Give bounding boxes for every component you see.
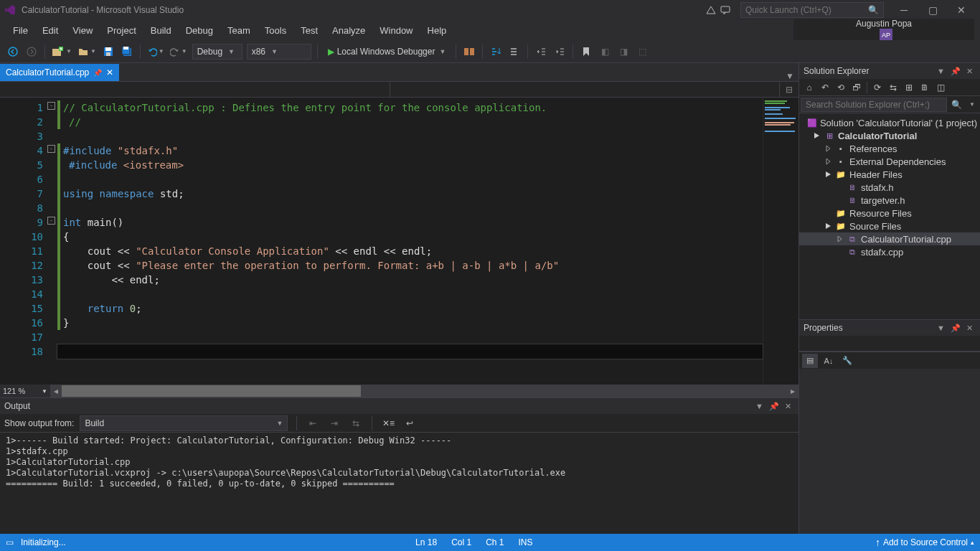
toggle-wrap-icon[interactable]: ↩ [401,415,418,432]
indent-less-icon[interactable] [532,43,550,60]
tree-node[interactable]: 📁Source Files [799,220,980,232]
se-showall-icon[interactable]: ⊞ [902,80,916,95]
props-categorized-icon[interactable]: ▤ [802,354,818,368]
member-dropdown[interactable] [390,82,781,97]
minimize-button[interactable]: ─ [890,0,918,20]
menu-file[interactable]: File [6,22,35,39]
props-dropdown-icon[interactable]: ▼ [934,324,948,332]
step-over-icon[interactable] [506,43,523,60]
search-dropdown-icon[interactable]: ▼ [964,101,980,108]
new-project-icon[interactable]: ▼ [50,43,74,60]
window-title: CalculatorTutorial - Microsoft Visual St… [22,5,184,15]
feedback-icon[interactable] [720,5,730,15]
se-sync-icon[interactable]: ⟲ [834,80,848,95]
tree-node[interactable]: 🟪Solution 'CalculatorTutorial' (1 projec… [799,116,980,129]
indent-more-icon[interactable] [551,43,568,60]
props-wrench-icon[interactable]: 🔧 [839,354,855,368]
toolbar-btn-c[interactable]: ⬚ [633,43,651,60]
menu-build[interactable]: Build [143,22,179,39]
se-home-icon[interactable]: ⌂ [802,80,816,95]
menu-window[interactable]: Window [372,22,420,39]
menu-team[interactable]: Team [220,22,258,39]
se-refresh-icon[interactable]: ⟳ [870,80,885,95]
tree-node[interactable]: ⊞CalculatorTutorial [799,129,980,142]
clear-output-icon[interactable]: ✕≡ [380,415,397,432]
toolbar-btn-a[interactable]: ◧ [596,43,613,60]
open-file-icon[interactable]: ▼ [75,43,98,60]
se-close-icon[interactable]: ✕ [963,67,976,76]
code-editor[interactable]: -// CalculatorTutorial.cpp : Defines the… [57,98,763,385]
tab-close-icon[interactable]: ✕ [106,67,113,77]
scope-dropdown[interactable] [0,82,390,97]
close-button[interactable]: ✕ [947,0,976,20]
source-control-button[interactable]: ↑ Add to Source Control ▴ [875,537,974,548]
minimap[interactable] [763,98,798,385]
tree-node[interactable]: 🗎stdafx.h [799,181,980,194]
solution-tree[interactable]: 🟪Solution 'CalculatorTutorial' (1 projec… [799,113,980,319]
pin-icon[interactable]: 📌 [93,69,102,77]
toolbar-btn-1[interactable] [461,43,478,60]
start-debugging-button[interactable]: ▶Local Windows Debugger▼ [322,43,452,60]
panel-dropdown-icon[interactable]: ▼ [753,402,766,410]
status-ch[interactable]: Ch 1 [479,537,511,547]
tree-node[interactable]: 📁Header Files [799,168,980,181]
split-icon[interactable]: ⊟ [780,82,798,97]
props-close-icon[interactable]: ✕ [963,324,976,333]
notification-icon[interactable] [706,5,716,15]
status-ins[interactable]: INS [512,537,540,547]
step-into-icon[interactable] [487,43,504,60]
se-back-icon[interactable]: ↶ [818,80,832,95]
props-alpha-icon[interactable]: A↓ [821,354,837,368]
se-preview-icon[interactable]: ◫ [933,80,948,95]
editor-tab-active[interactable]: CalculatorTutorial.cpp 📌 ✕ [0,64,119,81]
nav-fwd-icon[interactable] [23,43,40,60]
menu-view[interactable]: View [65,22,100,39]
nav-back-icon[interactable] [4,43,22,60]
se-collapse-icon[interactable]: ⇆ [886,80,900,95]
undo-icon[interactable]: ▼ [145,43,166,60]
maximize-button[interactable]: ▢ [918,0,947,20]
tree-node[interactable]: ⧉CalculatorTutorial.cpp [799,232,980,245]
save-all-icon[interactable] [118,43,136,60]
tree-node[interactable]: ▪References [799,142,980,155]
menu-help[interactable]: Help [420,22,454,39]
redo-icon[interactable]: ▼ [168,43,189,60]
se-btn4[interactable]: 🗗 [849,80,864,95]
zoom-level[interactable]: 121 %▼ [0,385,50,397]
tree-node[interactable]: ⧉stdafx.cpp [799,245,980,258]
platform-dropdown[interactable]: x86▼ [247,44,311,60]
tree-node[interactable]: 📁Resource Files [799,207,980,220]
props-pin-icon[interactable]: 📌 [948,324,963,333]
se-pin-icon[interactable]: 📌 [948,67,963,76]
se-properties-icon[interactable]: 🗎 [918,80,932,95]
menu-edit[interactable]: Edit [35,22,65,39]
output-btn-1[interactable]: ⇤ [304,415,321,432]
output-btn-3[interactable]: ⇆ [347,415,364,432]
menu-project[interactable]: Project [100,22,143,39]
user-name[interactable]: Augustin Popa [856,19,912,29]
output-text[interactable]: 1>------ Build started: Project: Calcula… [0,433,798,534]
status-col[interactable]: Col 1 [444,537,479,547]
output-source-dropdown[interactable]: Build▼ [80,415,288,431]
menu-analyze[interactable]: Analyze [325,22,372,39]
tab-overflow-icon[interactable]: ▼ [781,71,798,81]
tree-node[interactable]: 🗎targetver.h [799,194,980,207]
menu-debug[interactable]: Debug [179,22,220,39]
search-icon[interactable]: 🔍 [948,100,964,110]
se-search-input[interactable] [801,98,947,112]
status-line[interactable]: Ln 18 [408,537,444,547]
tree-node[interactable]: ▪External Dependencies [799,155,980,168]
save-icon[interactable] [100,43,117,60]
panel-close-icon[interactable]: ✕ [782,402,794,411]
se-dropdown-icon[interactable]: ▼ [934,67,948,75]
menu-tools[interactable]: Tools [258,22,293,39]
horizontal-scrollbar[interactable]: ◂ ▸ [50,385,798,397]
quick-launch-search[interactable]: 🔍 [740,2,884,18]
config-dropdown[interactable]: Debug▼ [192,44,242,60]
menu-test[interactable]: Test [293,22,325,39]
bookmark-icon[interactable] [578,43,595,60]
panel-pin-icon[interactable]: 📌 [766,402,782,411]
toolbar-btn-b[interactable]: ◨ [615,43,632,60]
quick-launch-input[interactable] [745,5,853,15]
output-btn-2[interactable]: ⇥ [326,415,343,432]
